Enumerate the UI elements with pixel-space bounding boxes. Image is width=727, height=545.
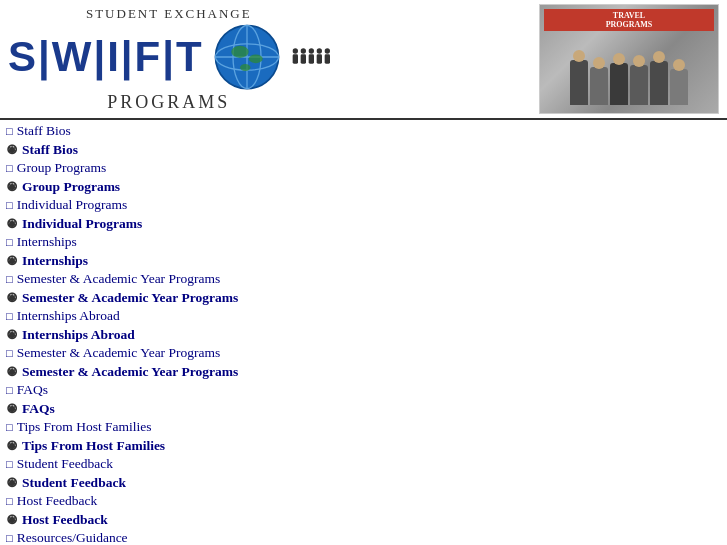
nav-item[interactable]: ⊛Semester & Academic Year Programs <box>0 362 727 381</box>
nav-bullet: □ <box>6 125 13 137</box>
nav-item[interactable]: □Staff Bios <box>0 122 727 140</box>
nav-bullet: □ <box>6 199 13 211</box>
header: STUDENT EXCHANGE S|W|I|F|T <box>0 0 727 120</box>
svg-point-8 <box>292 48 297 53</box>
svg-rect-9 <box>292 54 297 63</box>
nav-bullet: ⊛ <box>6 215 18 232</box>
nav-bullet: ⊛ <box>6 289 18 306</box>
nav-label: Semester & Academic Year Programs <box>22 364 238 380</box>
nav-item[interactable]: ⊛Group Programs <box>0 177 727 196</box>
nav-item[interactable]: ⊛FAQs <box>0 399 727 418</box>
nav-item[interactable]: □Resources/Guidance <box>0 529 727 545</box>
nav-label: Internships Abroad <box>17 308 120 324</box>
nav-bullet: ⊛ <box>6 178 18 195</box>
nav-label: Group Programs <box>17 160 107 176</box>
nav-item[interactable]: □Semester & Academic Year Programs <box>0 344 727 362</box>
nav-label: Student Feedback <box>17 456 113 472</box>
nav-bullet: ⊛ <box>6 326 18 343</box>
svg-point-6 <box>248 54 262 63</box>
nav-item[interactable]: ⊛Internships <box>0 251 727 270</box>
svg-point-10 <box>300 48 305 53</box>
nav-label: Internships Abroad <box>22 327 135 343</box>
nav-label: Internships <box>22 253 88 269</box>
nav-item[interactable]: □Individual Programs <box>0 196 727 214</box>
nav-item[interactable]: ⊛Individual Programs <box>0 214 727 233</box>
nav-item[interactable]: □Tips From Host Families <box>0 418 727 436</box>
nav-item[interactable]: □Internships Abroad <box>0 307 727 325</box>
nav-label: Semester & Academic Year Programs <box>22 290 238 306</box>
nav-bullet: □ <box>6 532 13 544</box>
photo-banner: TRAVELPROGRAMS <box>544 9 714 31</box>
svg-point-16 <box>324 48 329 53</box>
nav-item[interactable]: □Group Programs <box>0 159 727 177</box>
nav-item[interactable]: □FAQs <box>0 381 727 399</box>
nav-item[interactable]: ⊛Student Feedback <box>0 473 727 492</box>
nav-list: □Staff Bios⊛Staff Bios□Group Programs⊛Gr… <box>0 120 727 545</box>
nav-bullet: □ <box>6 384 13 396</box>
nav-bullet: ⊛ <box>6 400 18 417</box>
student-exchange-text: STUDENT EXCHANGE <box>86 6 252 22</box>
svg-point-5 <box>231 45 249 57</box>
nav-bullet: □ <box>6 347 13 359</box>
nav-bullet: □ <box>6 162 13 174</box>
nav-bullet: □ <box>6 421 13 433</box>
nav-item[interactable]: □Internships <box>0 233 727 251</box>
nav-item[interactable]: ⊛Staff Bios <box>0 140 727 159</box>
photo-people <box>570 31 688 109</box>
nav-bullet: ⊛ <box>6 511 18 528</box>
nav-label: Host Feedback <box>17 493 98 509</box>
nav-label: Individual Programs <box>17 197 128 213</box>
people-icon <box>290 42 330 72</box>
svg-rect-15 <box>316 54 321 63</box>
nav-bullet: □ <box>6 495 13 507</box>
nav-bullet: ⊛ <box>6 252 18 269</box>
nav-label: Host Feedback <box>22 512 108 528</box>
nav-item[interactable]: □Semester & Academic Year Programs <box>0 270 727 288</box>
nav-label: Individual Programs <box>22 216 142 232</box>
nav-item[interactable]: ⊛Semester & Academic Year Programs <box>0 288 727 307</box>
nav-bullet: □ <box>6 458 13 470</box>
nav-label: Staff Bios <box>22 142 78 158</box>
nav-item[interactable]: □Student Feedback <box>0 455 727 473</box>
nav-bullet: ⊛ <box>6 363 18 380</box>
nav-label: Semester & Academic Year Programs <box>17 271 221 287</box>
programs-text: PROGRAMS <box>107 92 230 113</box>
swift-text: S|W|I|F|T <box>8 33 204 81</box>
globe-icon <box>212 22 282 92</box>
nav-label: Semester & Academic Year Programs <box>17 345 221 361</box>
nav-bullet: ⊛ <box>6 141 18 158</box>
svg-rect-11 <box>300 54 305 63</box>
nav-item[interactable]: ⊛Host Feedback <box>0 510 727 529</box>
svg-point-14 <box>316 48 321 53</box>
nav-bullet: ⊛ <box>6 437 18 454</box>
nav-label: Tips From Host Families <box>22 438 165 454</box>
nav-label: Group Programs <box>22 179 120 195</box>
nav-label: Resources/Guidance <box>17 530 128 545</box>
nav-label: Internships <box>17 234 77 250</box>
nav-bullet: □ <box>6 273 13 285</box>
nav-item[interactable]: ⊛Internships Abroad <box>0 325 727 344</box>
logo-area: STUDENT EXCHANGE S|W|I|F|T <box>8 6 330 113</box>
photo-placeholder: TRAVELPROGRAMS <box>540 5 718 113</box>
svg-point-7 <box>240 64 251 71</box>
nav-label: FAQs <box>22 401 55 417</box>
svg-rect-17 <box>324 54 329 63</box>
nav-label: Tips From Host Families <box>17 419 152 435</box>
svg-point-12 <box>308 48 313 53</box>
nav-bullet: □ <box>6 236 13 248</box>
swift-logo: S|W|I|F|T <box>8 22 330 92</box>
nav-bullet: □ <box>6 310 13 322</box>
svg-rect-13 <box>308 54 313 63</box>
nav-item[interactable]: □Host Feedback <box>0 492 727 510</box>
travel-photo: TRAVELPROGRAMS <box>539 4 719 114</box>
nav-label: FAQs <box>17 382 48 398</box>
nav-label: Staff Bios <box>17 123 71 139</box>
nav-item[interactable]: ⊛Tips From Host Families <box>0 436 727 455</box>
nav-bullet: ⊛ <box>6 474 18 491</box>
nav-label: Student Feedback <box>22 475 126 491</box>
